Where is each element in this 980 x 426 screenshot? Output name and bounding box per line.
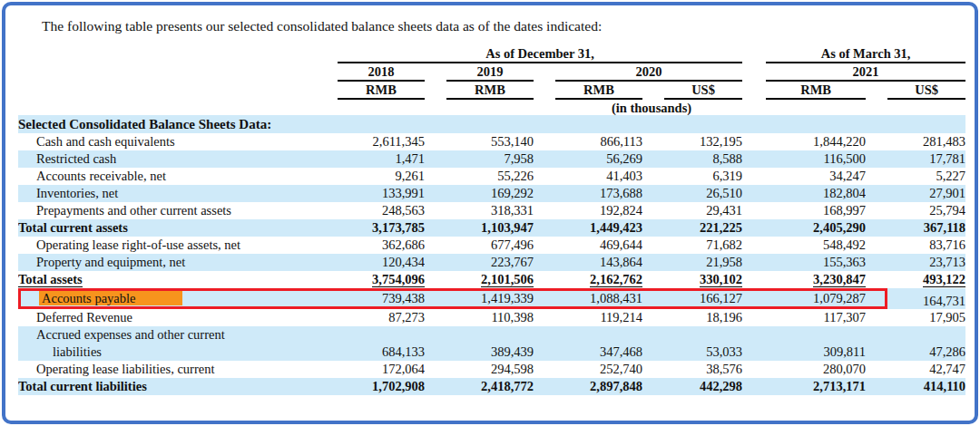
document-content: The following table presents our selecte… (5, 5, 975, 395)
cell-value: 26,510 (664, 185, 742, 202)
cell-value: 55,226 (446, 168, 534, 185)
cell-value: 367,118 (887, 219, 965, 237)
row-label: Operating lease liabilities, current (18, 361, 338, 378)
cell-value: 169,292 (446, 185, 534, 202)
highlighted-row-accounts-payable: Accounts payable739,4381,419,3391,088,43… (18, 288, 965, 309)
cell-value: 1,088,431 (555, 288, 642, 309)
cell-value: 29,431 (664, 202, 742, 219)
cell-value: 166,127 (664, 288, 742, 309)
cell-value: 132,195 (664, 133, 742, 150)
cell-value: 120,434 (338, 254, 425, 271)
table-row: Deferred Revenue87,273110,398119,21418,1… (18, 309, 965, 326)
section-header: Selected Consolidated Balance Sheets Dat… (18, 115, 965, 133)
cell-value: 2,405,290 (766, 219, 866, 237)
cell-value: 866,113 (555, 133, 642, 150)
cell-value: 42,747 (887, 361, 965, 378)
cell-value: 3,173,785 (338, 219, 425, 237)
cell-value: 347,468 (555, 326, 642, 361)
currency-usd-2021: US$ (887, 82, 965, 100)
currency-rmb-2020: RMB (555, 82, 642, 100)
table-row: Cash and cash equivalents2,611,345553,14… (18, 133, 965, 150)
cell-value: 116,500 (766, 150, 866, 168)
cell-value: 17,905 (887, 309, 965, 326)
cell-value: 164,731 (887, 288, 965, 309)
cell-value: 442,298 (664, 378, 742, 395)
cell-value: 23,713 (887, 254, 965, 271)
row-label: Deferred Revenue (18, 309, 338, 326)
row-label: Inventories, net (18, 185, 338, 202)
cell-value: 318,331 (446, 202, 534, 219)
cell-value: 27,901 (887, 185, 965, 202)
cell-value: 47,286 (887, 326, 965, 361)
cell-value: 2,611,345 (338, 133, 425, 150)
row-label: Property and equipment, net (18, 254, 338, 271)
table-row: Operating lease liabilities, current172,… (18, 361, 965, 378)
cell-value: 548,492 (766, 237, 866, 254)
year-2020: 2020 (555, 63, 742, 82)
cell-value: 7,958 (446, 150, 534, 168)
balance-sheet-table: As of December 31, As of March 31, 2018 … (18, 45, 965, 395)
cell-value: 34,247 (766, 168, 866, 185)
row-label: Prepayments and other current assets (18, 202, 338, 219)
cell-value: 1,844,220 (766, 133, 866, 150)
cell-value: 2,713,171 (766, 378, 866, 395)
cell-value: 173,688 (555, 185, 642, 202)
cell-value: 1,079,287 (766, 288, 866, 309)
cell-value: 493,122 (887, 271, 965, 288)
cell-value: 223,767 (446, 254, 534, 271)
cell-value: 6,319 (664, 168, 742, 185)
cell-value: 414,110 (887, 378, 965, 395)
cell-value: 143,864 (555, 254, 642, 271)
cell-value: 53,033 (664, 326, 742, 361)
cell-value: 83,716 (887, 237, 965, 254)
cell-value: 1,103,947 (446, 219, 534, 237)
table-row: Property and equipment, net120,434223,76… (18, 254, 965, 271)
row-label: Cash and cash equivalents (18, 133, 338, 150)
row-label: Accounts receivable, net (18, 168, 338, 185)
cell-value: 110,398 (446, 309, 534, 326)
cell-value: 9,261 (338, 168, 425, 185)
currency-usd-2020: US$ (664, 82, 742, 100)
cell-value: 25,794 (887, 202, 965, 219)
cell-value: 330,102 (664, 271, 742, 288)
cell-value: 192,824 (555, 202, 642, 219)
cell-value: 2,418,772 (446, 378, 534, 395)
cell-value: 739,438 (338, 288, 425, 309)
period-header-december: As of December 31, (338, 45, 742, 63)
total-assets-row: Total assets3,754,0962,101,5062,162,7623… (18, 271, 965, 288)
row-label: Total assets (18, 271, 338, 288)
cell-value: 1,471 (338, 150, 425, 168)
row-label: Total current liabilities (18, 378, 338, 395)
year-header-row: 2018 2019 2020 2021 (18, 63, 965, 82)
cell-value: 3,754,096 (338, 271, 425, 288)
table-row: Inventories, net133,991169,292173,68826,… (18, 185, 965, 202)
cell-value: 5,227 (887, 168, 965, 185)
orange-highlight: Accounts payable (39, 291, 182, 305)
cell-value: 2,162,762 (555, 271, 642, 288)
document-frame: The following table presents our selecte… (2, 2, 978, 424)
cell-value: 1,449,423 (555, 219, 642, 237)
cell-value: 1,702,908 (338, 378, 425, 395)
row-label: Accrued expenses and other current liabi… (18, 326, 338, 361)
cell-value: 294,598 (446, 361, 534, 378)
currency-rmb-2021: RMB (766, 82, 866, 100)
table-row: Accounts receivable, net9,26155,22641,40… (18, 168, 965, 185)
cell-value: 1,419,339 (446, 288, 534, 309)
cell-value: 2,101,506 (446, 271, 534, 288)
total-current-liabilities-row: Total current liabilities1,702,9082,418,… (18, 378, 965, 395)
cell-value: 8,588 (664, 150, 742, 168)
currency-rmb-2019: RMB (446, 82, 534, 100)
year-2018: 2018 (338, 63, 425, 82)
currency-header-row: RMB RMB RMB US$ RMB US$ (18, 82, 965, 100)
table-row: Operating lease right-of-use assets, net… (18, 237, 965, 254)
table-row: Accrued expenses and other current liabi… (18, 326, 965, 361)
cell-value: 155,363 (766, 254, 866, 271)
cell-value: 71,682 (664, 237, 742, 254)
row-label: Accounts payable (18, 288, 338, 309)
row-label: Restricted cash (18, 150, 338, 168)
cell-value: 117,307 (766, 309, 866, 326)
cell-value: 182,804 (766, 185, 866, 202)
cell-value: 281,483 (887, 133, 965, 150)
cell-value: 56,269 (555, 150, 642, 168)
cell-value: 168,997 (766, 202, 866, 219)
